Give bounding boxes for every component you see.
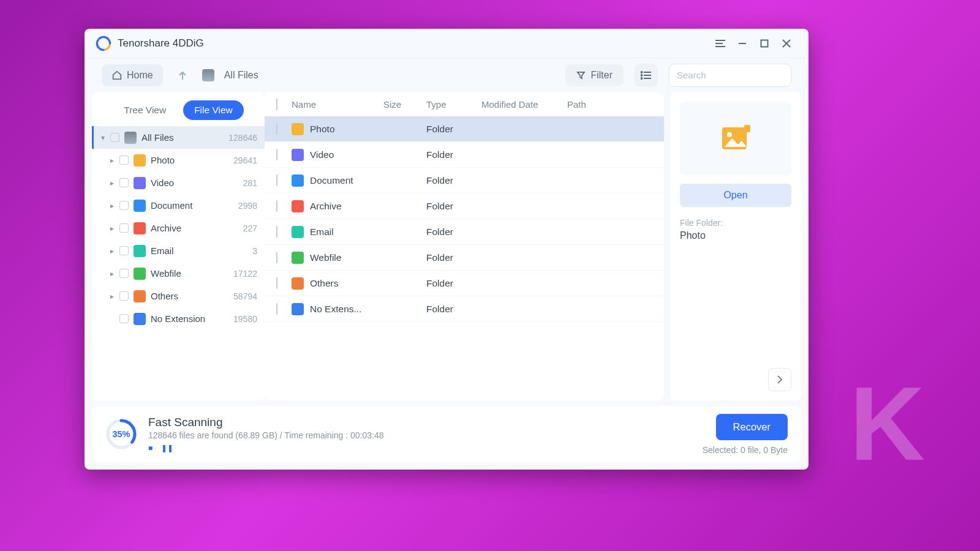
- checkbox[interactable]: [276, 200, 277, 212]
- table-row[interactable]: WebfileFolder: [265, 245, 664, 271]
- caret-right-icon: ▸: [108, 247, 116, 255]
- table-row[interactable]: EmailFolder: [265, 219, 664, 245]
- tree-item[interactable]: ▸Photo29641: [92, 149, 265, 171]
- checkbox[interactable]: [119, 223, 129, 233]
- tree-root-label: All Files: [141, 132, 228, 143]
- th-name[interactable]: Name: [292, 99, 383, 110]
- checkbox[interactable]: [276, 277, 277, 289]
- file-type-icon: [292, 303, 304, 315]
- file-type-icon: [292, 174, 304, 187]
- menu-icon[interactable]: [709, 32, 731, 54]
- table-header: Name Size Type Modified Date Path: [265, 92, 664, 116]
- checkbox[interactable]: [119, 314, 129, 323]
- tree-item-count: 58794: [233, 291, 257, 301]
- tree-item[interactable]: ▸Document2998: [92, 194, 265, 217]
- checkbox[interactable]: [276, 174, 277, 186]
- open-button[interactable]: Open: [680, 184, 791, 207]
- scan-title: Fast Scanning: [148, 416, 703, 429]
- home-button[interactable]: Home: [102, 64, 163, 86]
- tree-item[interactable]: ▸Video281: [92, 171, 265, 194]
- tree-item-count: 227: [243, 223, 257, 233]
- checkbox[interactable]: [119, 269, 129, 278]
- row-type: Folder: [426, 252, 481, 263]
- checkbox[interactable]: [276, 149, 277, 160]
- checkbox[interactable]: [119, 246, 129, 255]
- row-type: Folder: [426, 227, 481, 238]
- checkbox[interactable]: [276, 226, 277, 238]
- tree-item[interactable]: ▸Archive227: [92, 217, 265, 239]
- checkbox[interactable]: [119, 201, 129, 210]
- maximize-icon[interactable]: [753, 32, 775, 54]
- tree-item[interactable]: No Extension19580: [92, 307, 265, 330]
- table-row[interactable]: ArchiveFolder: [265, 193, 664, 219]
- checkbox[interactable]: [276, 252, 277, 263]
- row-name: Webfile: [310, 252, 341, 263]
- category-icon: [134, 313, 146, 325]
- table-row[interactable]: No Extens...Folder: [265, 296, 664, 322]
- scan-info: Fast Scanning 128646 files are found (68…: [148, 416, 703, 452]
- table-row[interactable]: DocumentFolder: [265, 168, 664, 193]
- row-type: Folder: [426, 124, 481, 135]
- tree-item[interactable]: ▸Webfile17122: [92, 262, 265, 285]
- progress-ring: 35%: [105, 418, 137, 450]
- tab-file-view[interactable]: File View: [183, 100, 244, 120]
- svg-point-10: [641, 72, 643, 73]
- tree-item-count: 17122: [233, 269, 257, 279]
- view-tabs: Tree View File View: [92, 100, 265, 120]
- pause-button[interactable]: ❚❚: [161, 444, 173, 452]
- tree-item-count: 2998: [238, 201, 257, 211]
- up-button[interactable]: [173, 66, 192, 85]
- table-row[interactable]: PhotoFolder: [265, 116, 664, 142]
- preview-panel: Open File Folder: Photo: [670, 92, 801, 401]
- preview-meta-value: Photo: [680, 230, 791, 241]
- tree-item-label: Archive: [151, 223, 243, 233]
- tree-item-count: 3: [252, 246, 257, 256]
- checkbox[interactable]: [119, 178, 129, 187]
- th-modified[interactable]: Modified Date: [481, 99, 567, 110]
- category-icon: [134, 268, 146, 280]
- tree-item-count: 281: [243, 178, 257, 188]
- file-type-icon: [292, 123, 304, 135]
- checkbox[interactable]: [110, 133, 119, 142]
- checkbox[interactable]: [276, 123, 277, 135]
- tree-item-label: Photo: [151, 155, 233, 165]
- filter-label: Filter: [590, 70, 612, 81]
- tree-item-label: Video: [151, 178, 243, 188]
- checkbox-all[interactable]: [276, 99, 277, 110]
- app-window: Tenorshare 4DDiG Home All Files Filter: [85, 29, 809, 470]
- home-icon: [111, 70, 123, 81]
- category-icon: [134, 222, 146, 234]
- checkbox[interactable]: [276, 303, 277, 315]
- breadcrumb-all-files[interactable]: All Files: [202, 69, 258, 81]
- tree-item-label: Webfile: [151, 268, 233, 279]
- stop-button[interactable]: ■: [148, 444, 153, 452]
- watermark: K: [850, 364, 919, 484]
- checkbox[interactable]: [119, 291, 129, 301]
- th-type[interactable]: Type: [426, 99, 481, 110]
- search-input[interactable]: [677, 70, 793, 80]
- list-view-button[interactable]: [635, 64, 658, 87]
- tree-item[interactable]: ▸Email3: [92, 239, 265, 262]
- tree-item-count: 19580: [233, 314, 257, 324]
- tree-item[interactable]: ▸Others58794: [92, 285, 265, 307]
- close-icon[interactable]: [775, 32, 797, 54]
- home-label: Home: [127, 70, 153, 81]
- tree-item-label: Document: [151, 200, 238, 211]
- row-type: Folder: [426, 304, 481, 315]
- caret-right-icon: ▸: [108, 179, 116, 187]
- table-row[interactable]: VideoFolder: [265, 142, 664, 168]
- recover-button[interactable]: Recover: [716, 414, 788, 440]
- checkbox[interactable]: [119, 156, 129, 165]
- next-button[interactable]: [768, 368, 791, 391]
- tree-root-all-files[interactable]: ▾ All Files 128646: [92, 126, 265, 149]
- th-size[interactable]: Size: [383, 99, 426, 110]
- filter-button[interactable]: Filter: [565, 64, 624, 86]
- tree-item-label: Others: [151, 291, 233, 301]
- minimize-icon[interactable]: [731, 32, 753, 54]
- tab-tree-view[interactable]: Tree View: [113, 100, 177, 120]
- search-box[interactable]: [669, 64, 791, 87]
- svg-point-11: [641, 75, 643, 76]
- th-path[interactable]: Path: [567, 99, 655, 110]
- table-row[interactable]: OthersFolder: [265, 271, 664, 296]
- toolbar: Home All Files Filter: [85, 58, 809, 92]
